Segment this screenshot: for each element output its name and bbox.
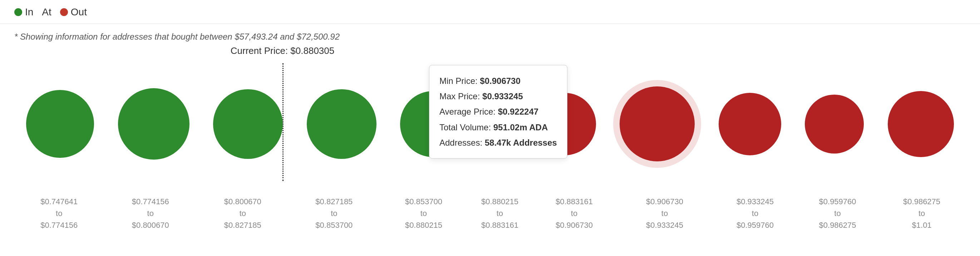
tooltip-avg-price-label: Average Price: xyxy=(439,107,496,116)
bubble-container-9 xyxy=(798,67,871,181)
tooltip-volume: Total Volume: 951.02m ADA xyxy=(439,120,557,135)
legend-at: At xyxy=(42,6,51,18)
price-label-10: $0.986275to$1.01 xyxy=(882,196,962,231)
tooltip-min-price-label: Min Price: xyxy=(439,76,478,86)
legend-out: Out xyxy=(60,6,87,18)
chart-area: Current Price: $0.880305 Min Price: $0.9… xyxy=(0,45,980,231)
price-label-3: $0.827185to$0.853700 xyxy=(292,196,376,231)
tooltip-max-price-label: Max Price: xyxy=(439,92,480,101)
price-label-9: $0.959760to$0.986275 xyxy=(801,196,874,231)
price-label-1: $0.774156to$0.800670 xyxy=(108,196,193,231)
price-label-6: $0.883161to$0.906730 xyxy=(536,196,612,231)
tooltip-volume-label: Total Volume: xyxy=(439,122,491,132)
bubble-0[interactable] xyxy=(26,90,94,158)
bubble-container-2 xyxy=(206,67,290,181)
bubble-container-1 xyxy=(111,67,197,181)
bubble-7[interactable] xyxy=(620,86,695,161)
current-price-label: Current Price: $0.880305 xyxy=(231,45,335,57)
out-dot xyxy=(60,8,68,16)
price-label-4: $0.853700to$0.880215 xyxy=(383,196,464,231)
tooltip-addresses: Addresses: 58.47k Addresses xyxy=(439,135,557,150)
legend-in-label: In xyxy=(25,6,33,18)
bubble-3[interactable] xyxy=(307,89,377,159)
tooltip-avg-price: Average Price: $0.922247 xyxy=(439,104,557,119)
price-label-2: $0.800670to$0.827185 xyxy=(200,196,285,231)
bubble-container-0 xyxy=(19,67,101,181)
legend: In At Out xyxy=(0,0,980,18)
bubble-10[interactable] xyxy=(888,91,954,157)
bubble-container-8 xyxy=(711,67,788,181)
tooltip-min-price: Min Price: $0.906730 xyxy=(439,73,557,88)
price-label-0: $0.747641to$0.774156 xyxy=(18,196,100,231)
legend-in: In xyxy=(14,6,33,18)
bubble-1[interactable] xyxy=(118,88,189,160)
tooltip: Min Price: $0.906730 Max Price: $0.93324… xyxy=(429,65,567,158)
price-label-5: $0.880215to$0.883161 xyxy=(471,196,528,231)
bubble-8[interactable] xyxy=(719,93,781,155)
tooltip-addresses-label: Addresses: xyxy=(439,138,482,147)
bubble-2[interactable] xyxy=(213,89,283,159)
tooltip-max-price: Max Price: $0.933245 xyxy=(439,88,557,104)
in-dot xyxy=(14,8,22,16)
tooltip-volume-value: 951.02m ADA xyxy=(493,122,548,132)
bubble-container-10 xyxy=(881,67,961,181)
tooltip-avg-price-value: $0.922247 xyxy=(498,107,538,116)
tooltip-min-price-value: $0.906730 xyxy=(480,76,520,86)
subtitle-text: * Showing information for addresses that… xyxy=(0,24,980,42)
bubble-container-3 xyxy=(300,67,383,181)
legend-at-label: At xyxy=(42,6,51,18)
bubble-container-7 xyxy=(612,67,702,181)
labels-row: $0.747641to$0.774156$0.774156to$0.800670… xyxy=(0,196,980,231)
price-label-7: $0.906730to$0.933245 xyxy=(620,196,710,231)
price-label-8: $0.933245to$0.959760 xyxy=(717,196,794,231)
legend-out-label: Out xyxy=(71,6,87,18)
bubble-9[interactable] xyxy=(805,95,864,153)
tooltip-max-price-value: $0.933245 xyxy=(482,92,523,101)
tooltip-addresses-value: 58.47k Addresses xyxy=(485,138,557,147)
